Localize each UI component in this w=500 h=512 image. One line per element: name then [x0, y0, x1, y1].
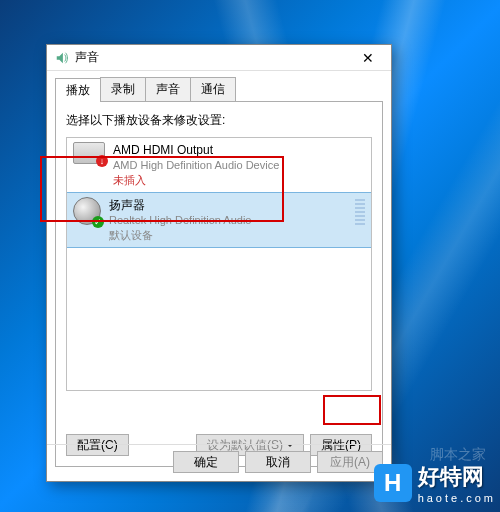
tabs: 播放 录制 声音 通信	[55, 77, 383, 101]
device-text: 扬声器 Realtek High Definition Audio 默认设备	[109, 197, 251, 243]
logo-text: 好特网	[418, 462, 496, 492]
titlebar[interactable]: 声音 ✕	[47, 45, 391, 71]
configure-button[interactable]: 配置(C)	[66, 434, 129, 456]
device-status: 默认设备	[109, 228, 251, 243]
tab-playback[interactable]: 播放	[55, 78, 101, 102]
tab-comm[interactable]: 通信	[190, 77, 236, 101]
sound-dialog: 声音 ✕ 播放 录制 声音 通信 选择以下播放设备来修改设置: ↓ AMD HD…	[46, 44, 392, 482]
cancel-button[interactable]: 取消	[245, 451, 311, 473]
unplugged-badge-icon: ↓	[96, 155, 108, 167]
device-name: 扬声器	[109, 197, 251, 213]
tab-sound[interactable]: 声音	[145, 77, 191, 101]
ok-button[interactable]: 确定	[173, 451, 239, 473]
device-name: AMD HDMI Output	[113, 142, 279, 158]
device-subtitle: Realtek High Definition Audio	[109, 213, 251, 228]
default-badge-icon: ✓	[92, 216, 104, 228]
speaker-device-icon: ✓	[73, 197, 101, 225]
device-list[interactable]: ↓ AMD HDMI Output AMD High Definition Au…	[66, 137, 372, 391]
device-text: AMD HDMI Output AMD High Definition Audi…	[113, 142, 279, 188]
tab-body: 选择以下播放设备来修改设置: ↓ AMD HDMI Output AMD Hig…	[55, 101, 383, 467]
device-status: 未插入	[113, 173, 279, 188]
site-logo: H 好特网 haote.com	[374, 462, 496, 504]
instruction-text: 选择以下播放设备来修改设置:	[66, 112, 372, 129]
close-button[interactable]: ✕	[351, 48, 385, 68]
speaker-icon	[55, 51, 69, 65]
tab-record[interactable]: 录制	[100, 77, 146, 101]
logo-mark: H	[374, 464, 412, 502]
monitor-icon: ↓	[73, 142, 105, 164]
level-meter-icon	[355, 199, 365, 229]
dialog-title: 声音	[75, 49, 351, 66]
device-subtitle: AMD High Definition Audio Device	[113, 158, 279, 173]
logo-sub: haote.com	[418, 492, 496, 504]
dialog-buttons: 确定 取消 应用(A)	[173, 445, 383, 473]
device-item-hdmi[interactable]: ↓ AMD HDMI Output AMD High Definition Au…	[67, 138, 371, 192]
logo-text-block: 好特网 haote.com	[418, 462, 496, 504]
device-item-speaker[interactable]: ✓ 扬声器 Realtek High Definition Audio 默认设备	[67, 192, 371, 248]
